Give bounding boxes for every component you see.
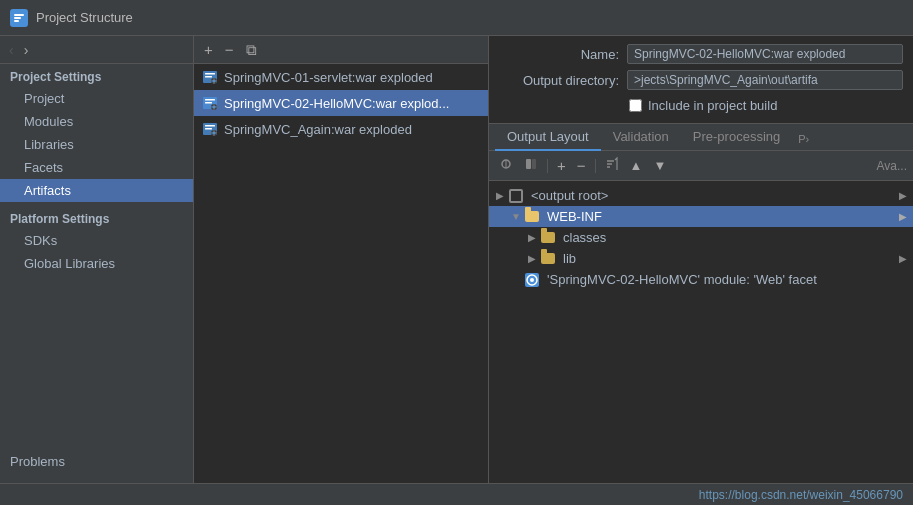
output-tool-btn1[interactable] (495, 155, 517, 176)
svg-rect-2 (14, 17, 21, 19)
svg-rect-12 (216, 80, 217, 81)
expand-arrow-root: ▶ (495, 191, 505, 201)
output-layout-left: + − ▲ ▼ Ava... (489, 151, 913, 483)
main-layout: ‹ › Project Settings Project Modules Lib… (0, 36, 913, 483)
platform-settings-header: Platform Settings (0, 206, 193, 229)
tree-item-output-root[interactable]: ▶ <output root> ▶ (489, 185, 913, 206)
tree-item-web-inf[interactable]: ▼ WEB-INF ▶ (489, 206, 913, 227)
output-layout-area: + − ▲ ▼ Ava... (489, 151, 913, 483)
expand-arrow-module: ▶ (511, 275, 521, 285)
artifact-item-label-servlet: SpringMVC-01-servlet:war exploded (224, 70, 433, 85)
svg-rect-9 (213, 79, 214, 80)
tree-label-output-root: <output root> (531, 188, 608, 203)
svg-rect-19 (213, 109, 214, 110)
available-label: Ava... (877, 159, 907, 173)
name-field-row: Name: SpringMVC-02-HelloMVC:war exploded (499, 44, 903, 64)
war-icon-again (202, 121, 218, 137)
svg-rect-14 (205, 99, 215, 101)
svg-rect-1 (14, 14, 24, 16)
tree-label-lib: lib (563, 251, 576, 266)
expand-arrow-classes: ▶ (527, 233, 537, 243)
sidebar-item-sdks[interactable]: SDKs (0, 229, 193, 252)
svg-point-8 (213, 80, 216, 83)
output-tool-btn2[interactable] (520, 155, 542, 176)
sidebar-item-project[interactable]: Project (0, 87, 193, 110)
svg-rect-33 (526, 159, 531, 169)
svg-rect-24 (205, 128, 212, 130)
folder-icon-classes (541, 232, 555, 243)
svg-rect-29 (212, 132, 213, 133)
title-bar: Project Structure (0, 0, 913, 36)
sidebar: ‹ › Project Settings Project Modules Lib… (0, 36, 194, 483)
sidebar-item-modules[interactable]: Modules (0, 110, 193, 133)
copy-artifact-button[interactable]: ⧉ (242, 41, 261, 58)
remove-artifact-button[interactable]: − (221, 41, 238, 58)
artifact-item-hellomvc[interactable]: SpringMVC-02-HelloMVC:war explod... (194, 90, 488, 116)
details-fields: Name: SpringMVC-02-HelloMVC:war exploded… (489, 36, 913, 124)
project-settings-header: Project Settings (0, 64, 193, 87)
toolbar-separator-2 (595, 159, 596, 173)
include-label[interactable]: Include in project build (648, 98, 777, 113)
title-bar-title: Project Structure (36, 10, 133, 25)
tab-pre-processing[interactable]: Pre-processing (681, 124, 792, 151)
output-down-button[interactable]: ▼ (649, 156, 670, 175)
include-checkbox-row: Include in project build (499, 96, 903, 115)
artifact-items: SpringMVC-01-servlet:war exploded (194, 64, 488, 483)
output-dir-value[interactable]: >jects\SpringMVC_Again\out\artifa (627, 70, 903, 90)
tree-item-module-web[interactable]: ▶ 'SpringMVC-02-HelloMVC' module: 'Web' … (489, 269, 913, 290)
sidebar-item-libraries[interactable]: Libraries (0, 133, 193, 156)
svg-rect-3 (14, 20, 19, 22)
expand-arrow-lib: ▶ (527, 254, 537, 264)
output-up-button[interactable]: ▲ (626, 156, 647, 175)
expand-arrow-web-inf: ▼ (511, 212, 521, 222)
svg-rect-6 (205, 76, 212, 78)
module-web-icon (525, 273, 539, 287)
svg-rect-10 (213, 83, 214, 84)
app-icon (10, 9, 28, 27)
tree-item-lib[interactable]: ▶ lib ▶ (489, 248, 913, 269)
tab-more[interactable]: P› (792, 128, 815, 150)
svg-rect-30 (216, 132, 217, 133)
svg-rect-28 (213, 135, 214, 136)
folder-icon-lib (541, 253, 555, 264)
artifact-item-label-hellomvc: SpringMVC-02-HelloMVC:war explod... (224, 96, 449, 111)
tree-label-module-web: 'SpringMVC-02-HelloMVC' module: 'Web' fa… (547, 272, 817, 287)
right-arrow-root: ▶ (899, 190, 907, 201)
output-remove-button[interactable]: − (573, 155, 590, 176)
output-sort-button[interactable] (601, 155, 623, 176)
svg-rect-15 (205, 102, 212, 104)
status-bar: https://blog.csdn.net/weixin_45066790 (0, 483, 913, 505)
war-icon-servlet (202, 69, 218, 85)
artifact-toolbar: + − ⧉ (194, 36, 488, 64)
output-toolbar: + − ▲ ▼ Ava... (489, 151, 913, 181)
svg-point-17 (213, 106, 216, 109)
sidebar-item-problems[interactable]: Problems (0, 450, 193, 473)
tab-validation[interactable]: Validation (601, 124, 681, 151)
include-checkbox[interactable] (629, 99, 642, 112)
right-arrow-web-inf: ▶ (899, 211, 907, 222)
svg-rect-23 (205, 125, 215, 127)
svg-rect-5 (205, 73, 215, 75)
artifact-item-servlet[interactable]: SpringMVC-01-servlet:war exploded (194, 64, 488, 90)
right-arrow-lib: ▶ (899, 253, 907, 264)
tree-item-classes[interactable]: ▶ classes (489, 227, 913, 248)
tab-output-layout[interactable]: Output Layout (495, 124, 601, 151)
svg-rect-21 (216, 106, 217, 107)
output-add-button[interactable]: + (553, 155, 570, 176)
sidebar-nav: ‹ › (0, 36, 193, 64)
sidebar-item-facets[interactable]: Facets (0, 156, 193, 179)
folder-icon-web-inf (525, 211, 539, 222)
svg-rect-18 (213, 105, 214, 106)
output-root-icon (509, 189, 523, 203)
nav-forward-button[interactable]: › (21, 41, 32, 59)
svg-rect-34 (532, 159, 536, 169)
name-value[interactable]: SpringMVC-02-HelloMVC:war exploded (627, 44, 903, 64)
svg-rect-11 (212, 80, 213, 81)
artifact-item-again[interactable]: SpringMVC_Again:war exploded (194, 116, 488, 142)
add-artifact-button[interactable]: + (200, 41, 217, 58)
sidebar-item-artifacts[interactable]: Artifacts (0, 179, 193, 202)
nav-back-button[interactable]: ‹ (6, 41, 17, 59)
sidebar-item-global-libraries[interactable]: Global Libraries (0, 252, 193, 275)
svg-rect-20 (212, 106, 213, 107)
status-url: https://blog.csdn.net/weixin_45066790 (699, 488, 903, 502)
